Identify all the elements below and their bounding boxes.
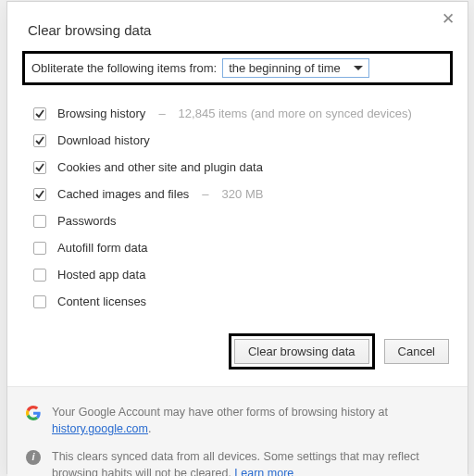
item-label: Download history bbox=[57, 133, 150, 147]
data-types-list: Browsing history–12,845 items (and more … bbox=[7, 100, 468, 315]
info-icon: i bbox=[26, 450, 41, 465]
checkbox[interactable] bbox=[33, 134, 46, 147]
list-item: Content licenses bbox=[33, 288, 442, 315]
primary-button-highlight: Clear browsing data bbox=[229, 333, 375, 370]
cancel-button[interactable]: Cancel bbox=[384, 339, 449, 364]
checkbox[interactable] bbox=[33, 269, 46, 282]
time-range-row: Obliterate the following items from: the… bbox=[22, 51, 453, 85]
list-item: Cookies and other site and plugin data bbox=[33, 154, 442, 181]
clear-browsing-data-button[interactable]: Clear browsing data bbox=[234, 339, 369, 364]
item-label: Cached images and files bbox=[57, 187, 189, 201]
footer-account-note: Your Google Account may have other forms… bbox=[26, 398, 449, 443]
checkbox[interactable] bbox=[33, 215, 46, 228]
item-hint: 12,845 items (and more on synced devices… bbox=[179, 106, 412, 120]
item-label: Hosted app data bbox=[57, 268, 145, 282]
dialog-title: Clear browsing data bbox=[7, 2, 468, 51]
item-label: Browsing history bbox=[57, 106, 145, 120]
list-item: Cached images and files–320 MB bbox=[33, 181, 442, 207]
footer-text: Your Google Account may have other forms… bbox=[52, 406, 388, 419]
separator: – bbox=[200, 187, 210, 201]
checkbox[interactable] bbox=[33, 161, 46, 174]
list-item: Download history bbox=[33, 127, 442, 154]
time-range-select[interactable]: the beginning of time bbox=[222, 58, 369, 78]
dialog-buttons: Clear browsing data Cancel bbox=[7, 315, 468, 386]
item-label: Content licenses bbox=[57, 294, 146, 308]
item-hint: 320 MB bbox=[222, 187, 264, 201]
checkbox[interactable] bbox=[33, 242, 46, 255]
item-label: Cookies and other site and plugin data bbox=[57, 160, 263, 174]
close-icon[interactable]: ✕ bbox=[438, 9, 458, 29]
item-label: Autofill form data bbox=[57, 241, 148, 255]
list-item: Autofill form data bbox=[33, 234, 442, 261]
time-range-value: the beginning of time bbox=[229, 61, 341, 75]
list-item: Passwords bbox=[33, 207, 442, 234]
list-item: Browsing history–12,845 items (and more … bbox=[33, 100, 442, 127]
learn-more-link[interactable]: Learn more bbox=[234, 467, 293, 476]
list-item: Hosted app data bbox=[33, 261, 442, 288]
footer-sync-note: i This clears synced data from all devic… bbox=[26, 443, 449, 476]
footer-text: . bbox=[148, 422, 151, 435]
item-label: Passwords bbox=[57, 214, 117, 228]
google-logo-icon bbox=[26, 406, 41, 420]
time-range-label: Obliterate the following items from: bbox=[31, 61, 217, 75]
clear-browsing-data-dialog: ✕ Clear browsing data Obliterate the fol… bbox=[6, 1, 468, 474]
history-link[interactable]: history.google.com bbox=[52, 422, 148, 435]
checkbox[interactable] bbox=[33, 188, 46, 201]
checkbox[interactable] bbox=[33, 295, 46, 308]
separator: – bbox=[156, 106, 167, 120]
dialog-footer: Your Google Account may have other forms… bbox=[7, 386, 468, 476]
chevron-down-icon bbox=[354, 66, 363, 70]
checkbox[interactable] bbox=[33, 107, 46, 120]
